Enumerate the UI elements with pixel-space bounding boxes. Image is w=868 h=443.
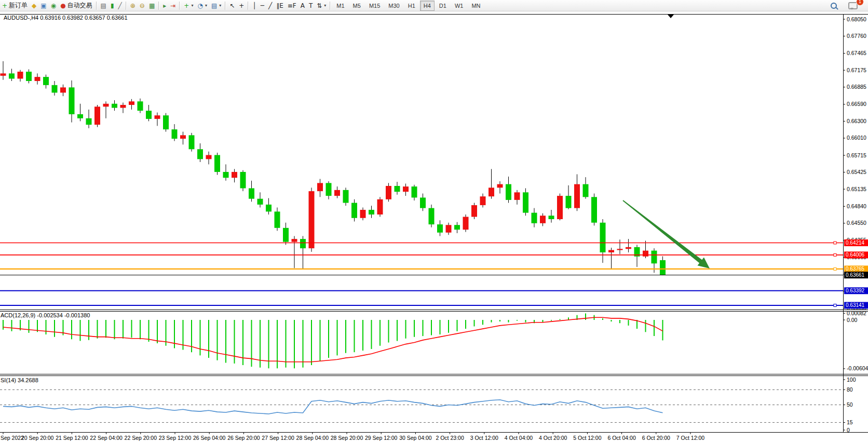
horizontal-line-icon: ─ [261,1,264,10]
template-icon: ▤ [211,1,217,10]
chart-shift-icon: ⇥ [170,1,175,10]
trend-arrow[interactable] [622,200,710,269]
svg-text:0.67465: 0.67465 [847,50,866,56]
timeframe-mn[interactable]: MN [468,1,484,11]
svg-text:20 Sep 20:00: 20 Sep 20:00 [21,435,54,441]
signal-icon: ◉ [51,1,56,10]
timeframe-h1[interactable]: H1 [404,1,419,11]
main-toolbar: +新订单◆▣◉●自动交易▤▮╱⊕⊖▦▸⇥+▾◔▾▤▾↖+│─╱∥E≡FAT⇅▾ … [0,0,868,11]
svg-text:0.66010: 0.66010 [847,135,866,141]
line-handle[interactable] [834,267,836,270]
svg-text:4 Oct 20:00: 4 Oct 20:00 [539,435,567,441]
indicators-icon: + [184,1,189,10]
horizontal-lines-layer[interactable]: 0.642140.640060.637650.636610.633920.631… [0,239,868,308]
auto-scroll-icon: ▸ [163,1,166,10]
timeframe-m30[interactable]: M30 [385,1,403,11]
candlestick-button[interactable]: ▮ [108,1,116,11]
line-handle[interactable] [834,304,836,306]
rsi-label: SI(14) 34.2688 [1,377,38,383]
market-watch-button[interactable]: ▣ [38,1,48,11]
svg-text:100: 100 [847,377,856,383]
cursor-button[interactable]: ↖ [227,1,237,11]
notification-badge: 1 [856,0,864,6]
svg-text:Sep 2022: Sep 2022 [1,435,24,441]
candlestick-icon: ▮ [111,1,114,10]
timeframe-h4[interactable]: H4 [420,1,435,11]
vertical-line-icon: │ [252,1,256,10]
timeframe-m15[interactable]: M15 [365,1,384,11]
svg-text:0.63765: 0.63765 [846,266,865,272]
profile-button[interactable]: ◆ [30,1,38,11]
svg-text:0: 0 [847,427,850,433]
svg-text:0.66300: 0.66300 [847,118,866,124]
dropdown-arrow-icon: ▾ [219,3,221,8]
timeframe-m1[interactable]: M1 [333,1,348,11]
autotrading-button[interactable]: ●自动交易 [58,1,94,11]
text-label-button[interactable]: T [307,1,315,11]
zoom-out-icon: ⊖ [140,1,145,10]
cursor-icon: ↖ [229,1,235,10]
indicators-button[interactable]: +▾ [182,1,195,11]
templates-button[interactable]: ▤▾ [209,1,223,11]
svg-text:23 Sep 12:00: 23 Sep 12:00 [159,435,192,441]
svg-text:0.00082: 0.00082 [847,310,866,316]
arrows-button[interactable]: ⇅▾ [315,1,328,11]
profile-icon: ◆ [32,1,36,10]
tile-windows-button[interactable]: ▦ [147,1,157,11]
svg-text:22 Sep 04:00: 22 Sep 04:00 [90,435,123,441]
svg-text:27 Sep 12:00: 27 Sep 12:00 [262,435,294,441]
zoom-out-button[interactable]: ⊖ [138,1,147,11]
fibonacci-icon: ≡F [288,1,296,10]
svg-text:6 Oct 04:00: 6 Oct 04:00 [607,435,635,441]
svg-text:0.63141: 0.63141 [846,302,865,308]
timeframe-w1[interactable]: W1 [451,1,467,11]
fibonacci-button[interactable]: ≡F [286,1,299,11]
toolbar-separator [179,2,180,10]
svg-text:5 Oct 12:00: 5 Oct 12:00 [573,435,601,441]
toolbar-separator [96,2,97,10]
timeframe-d1[interactable]: D1 [436,1,450,11]
periods-button[interactable]: ◔▾ [195,1,209,11]
zoom-in-icon: ⊕ [130,1,135,10]
channel-button[interactable]: ∥E [274,1,286,11]
svg-text:0.00: 0.00 [847,317,858,323]
bar-chart-button[interactable]: ▤ [99,1,108,11]
svg-text:26 Sep 04:00: 26 Sep 04:00 [193,435,226,441]
svg-text:15: 15 [847,419,853,425]
crosshair-button[interactable]: + [237,1,246,11]
vertical-line-button[interactable]: │ [250,1,258,11]
auto-scroll-button[interactable]: ▸ [161,1,168,11]
signal-button[interactable]: ◉ [49,1,58,11]
new-order-button-label: 新订单 [9,1,28,10]
svg-text:4 Oct 04:00: 4 Oct 04:00 [505,435,533,441]
horizontal-line-button[interactable]: ─ [259,1,266,11]
notifications-button[interactable]: 1 [846,1,860,11]
svg-text:28 Sep 20:00: 28 Sep 20:00 [331,435,363,441]
line-chart-button[interactable]: ╱ [116,1,124,11]
svg-text:0.65135: 0.65135 [847,186,866,192]
trendline-button[interactable]: ╱ [266,1,274,11]
text-button[interactable]: A [299,1,307,11]
search-button[interactable] [829,1,839,11]
svg-text:0.67175: 0.67175 [847,67,866,73]
rsi-pane: 1008050150 [0,377,856,433]
tile-windows-icon: ▦ [149,1,155,10]
zoom-in-button[interactable]: ⊕ [128,1,138,11]
line-handle[interactable] [834,253,836,256]
macd-signal-line [3,317,663,362]
svg-text:3 Oct 12:00: 3 Oct 12:00 [470,435,498,441]
channel-icon: ∥E [276,1,283,10]
trendline-icon: ╱ [268,1,272,10]
svg-text:7 Oct 12:00: 7 Oct 12:00 [676,435,704,441]
svg-text:0.66590: 0.66590 [847,101,866,107]
text-label-icon: T [309,1,313,10]
chart-shift-marker[interactable] [668,15,674,18]
new-order-button[interactable]: +新订单 [0,1,30,11]
chart-canvas[interactable]: 0.680500.677600.674650.671750.668850.665… [0,11,868,443]
timeframe-m5[interactable]: M5 [349,1,364,11]
svg-text:0.67760: 0.67760 [847,33,866,39]
line-handle[interactable] [834,241,836,244]
clock-icon: ◔ [197,1,202,10]
chart-shift-button[interactable]: ⇥ [168,1,178,11]
text-icon: A [301,1,305,10]
